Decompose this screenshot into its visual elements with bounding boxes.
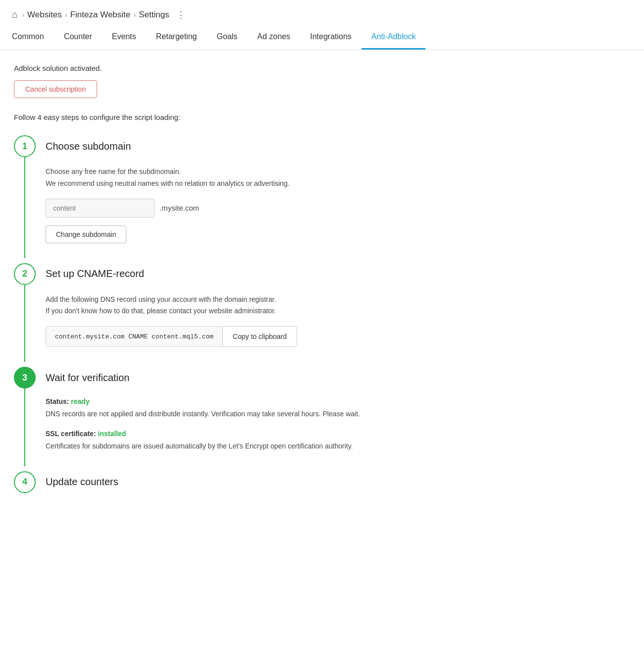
more-icon[interactable]: ⋮ <box>176 9 186 20</box>
subdomain-input[interactable] <box>46 199 155 218</box>
step-3-line <box>24 389 25 466</box>
step-1-line <box>24 157 25 258</box>
domain-suffix: .mysite.com <box>160 204 199 212</box>
step-3: 3 Wait for verification Status: ready DN… <box>14 367 482 466</box>
step-2-desc: Add the following DNS record using your … <box>46 294 482 318</box>
step-1-title: Choose subdomain <box>46 141 131 152</box>
breadcrumb-settings[interactable]: Settings <box>139 10 169 20</box>
ssl-desc: Certificates for subdomains are issued a… <box>46 441 482 451</box>
step-4-title: Update counters <box>46 476 118 488</box>
step-2-content: Add the following DNS record using your … <box>36 285 482 362</box>
step-4: 4 Update counters <box>14 471 482 493</box>
tabs-bar: Common Counter Events Retargeting Goals … <box>0 25 644 50</box>
step-1-body: Choose any free name for the subdmomain.… <box>14 157 482 258</box>
tab-integrations[interactable]: Integrations <box>300 25 362 50</box>
tab-goals[interactable]: Goals <box>207 25 247 50</box>
breadcrumb: ⌂ › Websites › Finteza Website › Setting… <box>0 0 644 25</box>
steps-intro: Follow 4 easy steps to configure the scr… <box>14 113 482 121</box>
breadcrumb-sep1: › <box>22 10 24 19</box>
status-value: ready <box>71 397 89 405</box>
step-3-title: Wait for verification <box>46 372 129 384</box>
step-4-header: 4 Update counters <box>14 471 482 493</box>
step-2-body: Add the following DNS record using your … <box>14 285 482 362</box>
step-1-circle: 1 <box>14 135 36 157</box>
ssl-label: SSL certificate: installed <box>46 430 482 438</box>
breadcrumb-websites[interactable]: Websites <box>27 10 62 20</box>
tab-events[interactable]: Events <box>102 25 146 50</box>
step-3-line-col <box>14 389 36 466</box>
home-icon[interactable]: ⌂ <box>12 9 18 20</box>
step-2: 2 Set up CNAME-record Add the following … <box>14 263 482 362</box>
step-2-header: 2 Set up CNAME-record <box>14 263 482 285</box>
step-4-circle: 4 <box>14 471 36 493</box>
breadcrumb-sep3: › <box>133 10 136 19</box>
step-2-circle: 2 <box>14 263 36 285</box>
breadcrumb-sep2: › <box>65 10 67 19</box>
step-1-line-col <box>14 157 36 258</box>
tab-anti-adblock[interactable]: Anti-Adblock <box>362 25 426 50</box>
ssl-value: installed <box>98 430 126 438</box>
status-label: Status: ready <box>46 397 482 405</box>
step-1-content: Choose any free name for the subdmomain.… <box>36 157 482 258</box>
cname-code: content.mysite.com CNAME content.mql5.co… <box>46 327 223 346</box>
tab-retargeting[interactable]: Retargeting <box>146 25 207 50</box>
subdomain-row: .mysite.com <box>46 199 482 218</box>
step-3-body: Status: ready DNS records are not applie… <box>14 389 482 466</box>
step-3-header: 3 Wait for verification <box>14 367 482 389</box>
tab-common[interactable]: Common <box>12 25 54 50</box>
step-2-title: Set up CNAME-record <box>46 268 144 279</box>
breadcrumb-finteza[interactable]: Finteza Website <box>70 10 131 20</box>
copy-to-clipboard-button[interactable]: Copy to clipboard <box>223 327 297 346</box>
step-1-desc: Choose any free name for the subdmomain.… <box>46 166 482 190</box>
step-1-header: 1 Choose subdomain <box>14 135 482 157</box>
step-1: 1 Choose subdomain Choose any free name … <box>14 135 482 258</box>
step-3-content: Status: ready DNS records are not applie… <box>36 389 482 466</box>
tab-counter[interactable]: Counter <box>54 25 102 50</box>
step-2-line-col <box>14 285 36 362</box>
main-content: Adblock solution activated. Cancel subsc… <box>0 50 495 518</box>
status-desc: DNS records are not applied and distribu… <box>46 408 482 419</box>
activated-text: Adblock solution activated. <box>14 64 482 72</box>
cancel-subscription-button[interactable]: Cancel subscription <box>14 80 97 98</box>
change-subdomain-button[interactable]: Change subdomain <box>46 225 126 243</box>
tab-ad-zones[interactable]: Ad zones <box>247 25 300 50</box>
cname-row: content.mysite.com CNAME content.mql5.co… <box>46 326 297 347</box>
step-2-line <box>24 285 25 362</box>
step-3-circle: 3 <box>14 367 36 389</box>
